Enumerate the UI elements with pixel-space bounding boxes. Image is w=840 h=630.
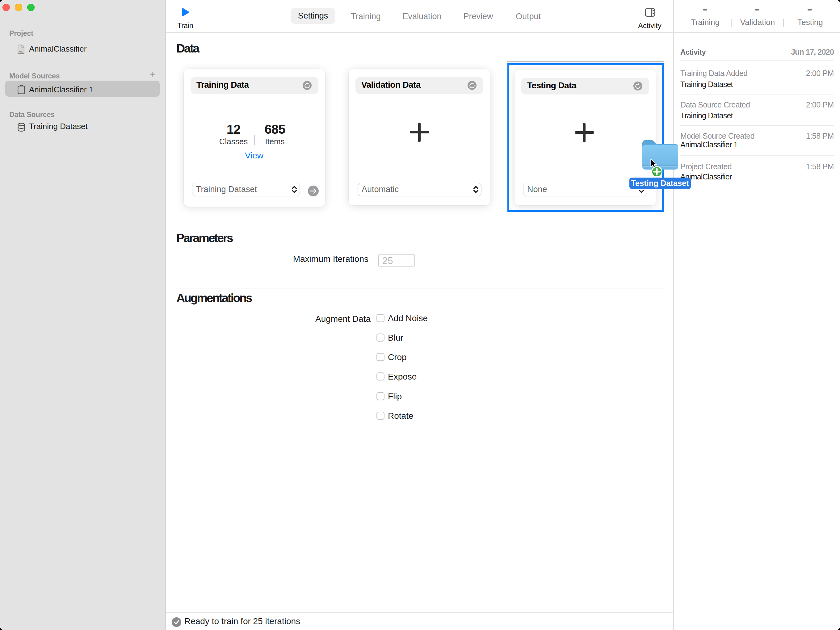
svg-text:ML: ML (19, 50, 23, 53)
